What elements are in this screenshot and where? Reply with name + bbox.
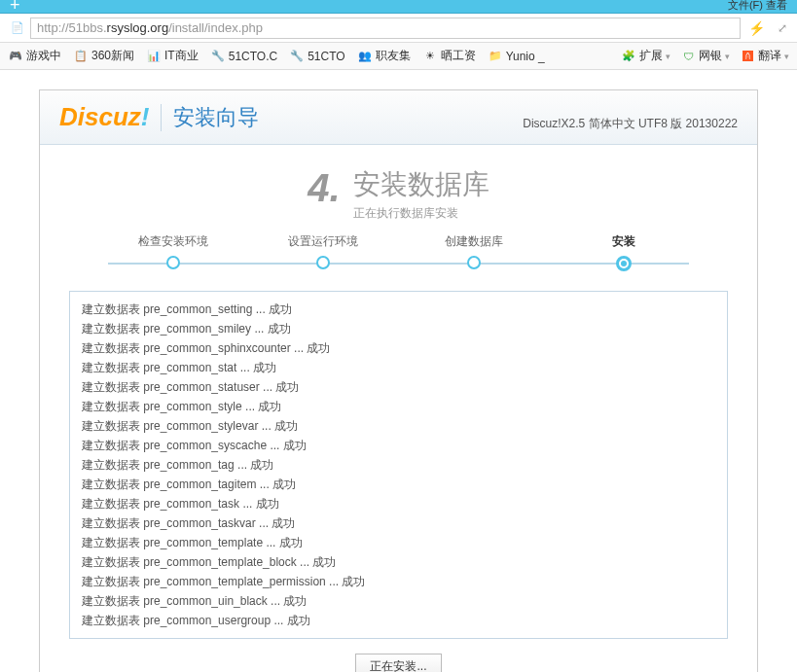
log-line: 建立数据表 pre_common_setting ... 成功 xyxy=(82,300,715,319)
content-area: Discuz! 安装向导 Discuz!X2.5 简体中文 UTF8 版 201… xyxy=(0,70,797,672)
bookmark-icon: 📋 xyxy=(73,49,89,64)
new-tab-icon[interactable]: + xyxy=(10,0,20,12)
log-line: 建立数据表 pre_common_syscache ... 成功 xyxy=(82,436,715,455)
bookmark-item[interactable]: 🎮游戏中 xyxy=(8,48,61,64)
bookmark-icon: 🔧 xyxy=(289,49,305,64)
toolbar-icon: 🅰 xyxy=(740,49,755,64)
progress-label: 创建数据库 xyxy=(399,233,549,250)
url-path: /install/index.php xyxy=(168,20,263,35)
log-line: 建立数据表 pre_common_smiley ... 成功 xyxy=(82,319,715,338)
step-header: 4. 安装数据库 正在执行数据库安装 xyxy=(40,145,757,233)
progress-step: 设置运行环境 xyxy=(248,233,398,271)
toolbar-icon: 🧩 xyxy=(621,49,636,64)
version-text: Discuz!X2.5 简体中文 UTF8 版 20130222 xyxy=(523,116,738,132)
dropdown-icon: ▾ xyxy=(784,52,789,61)
bookmark-label: 51CTO.C xyxy=(229,50,277,63)
progress-circle xyxy=(467,256,481,269)
progress-label: 检查安装环境 xyxy=(98,233,248,250)
bookmark-item[interactable]: ☀晒工资 xyxy=(422,48,476,64)
bookmark-icon: 📊 xyxy=(146,49,162,64)
bookmark-item[interactable]: 🔧51CTO.C xyxy=(210,48,277,64)
bookmarks-bar: 🎮游戏中📋360新闻📊IT商业🔧51CTO.C🔧51CTO👥职友集☀晒工资📁Yu… xyxy=(0,43,797,70)
progress-step: 创建数据库 xyxy=(399,233,549,271)
bookmark-label: 游戏中 xyxy=(26,48,61,64)
log-line: 建立数据表 pre_common_usergroup ... 成功 xyxy=(82,611,715,630)
bolt-icon[interactable]: ⚡ xyxy=(748,20,765,36)
log-line: 建立数据表 pre_common_template_permission ...… xyxy=(82,572,715,591)
bookmark-label: Yunio _ xyxy=(506,50,545,63)
bookmark-item[interactable]: 📋360新闻 xyxy=(73,48,134,64)
toolbar-label: 翻译 xyxy=(758,48,781,64)
step-subtitle: 正在执行数据库安装 xyxy=(353,205,489,222)
log-line: 建立数据表 pre_common_style ... 成功 xyxy=(82,397,715,416)
toolbar-item[interactable]: 🅰翻译▾ xyxy=(740,48,789,64)
bookmark-icon: ☀ xyxy=(422,49,438,64)
menu-text[interactable]: 文件(F) 查看 xyxy=(728,0,787,13)
progress-label: 设置运行环境 xyxy=(248,233,398,250)
bookmark-label: 职友集 xyxy=(376,48,411,64)
log-line: 建立数据表 pre_common_statuser ... 成功 xyxy=(82,377,715,397)
log-line: 建立数据表 pre_common_tagitem ... 成功 xyxy=(82,475,715,494)
progress-step: 检查安装环境 xyxy=(98,233,248,271)
toolbar-item[interactable]: 🛡网银▾ xyxy=(680,48,730,64)
bookmark-item[interactable]: 📊IT商业 xyxy=(146,48,199,64)
discuz-logo: Discuz! xyxy=(59,102,149,132)
log-line: 建立数据表 pre_common_tag ... 成功 xyxy=(82,455,715,475)
logo-separator xyxy=(161,104,162,131)
bookmark-icon: 👥 xyxy=(357,49,373,64)
step-title: 安装数据库 xyxy=(353,166,489,203)
installer-panel: Discuz! 安装向导 Discuz!X2.5 简体中文 UTF8 版 201… xyxy=(39,89,758,672)
bookmark-icon: 🎮 xyxy=(8,49,23,64)
progress-label: 安装 xyxy=(549,233,699,250)
progress-circle xyxy=(616,256,632,271)
bookmark-label: 晒工资 xyxy=(441,48,476,64)
installing-button: 正在安装... xyxy=(355,654,441,672)
dropdown-icon: ▾ xyxy=(666,52,670,61)
toolbar-label: 扩展 xyxy=(639,48,663,64)
bookmark-label: 51CTO xyxy=(308,50,344,63)
url-domain: rsyslog.org xyxy=(107,20,169,35)
progress-step: 安装 xyxy=(549,233,699,271)
bookmark-item[interactable]: 👥职友集 xyxy=(357,48,411,64)
dropdown-icon: ▾ xyxy=(725,52,730,61)
bookmark-item[interactable]: 📁Yunio _ xyxy=(488,48,545,64)
bookmark-label: IT商业 xyxy=(164,48,199,64)
log-line: 建立数据表 pre_common_sphinxcounter ... 成功 xyxy=(82,338,715,358)
browser-tab-strip: + 文件(F) 查看 xyxy=(0,0,797,14)
bookmark-icon: 📁 xyxy=(488,49,503,64)
progress-circle xyxy=(166,256,180,269)
expand-icon[interactable]: ⤢ xyxy=(778,21,787,35)
log-line: 建立数据表 pre_common_uin_black ... 成功 xyxy=(82,591,715,611)
step-number: 4. xyxy=(308,166,340,210)
toolbar-icon: 🛡 xyxy=(680,49,696,64)
install-log: 建立数据表 pre_common_setting ... 成功建立数据表 pre… xyxy=(69,291,728,639)
bookmark-icon: 🔧 xyxy=(210,49,226,64)
log-line: 建立数据表 pre_common_template_block ... 成功 xyxy=(82,552,715,572)
log-line: 建立数据表 pre_common_stat ... 成功 xyxy=(82,358,715,377)
progress-steps: 检查安装环境设置运行环境创建数据库安装 xyxy=(40,233,757,291)
bookmark-item[interactable]: 🔧51CTO xyxy=(289,48,344,64)
page-icon: 📄 xyxy=(10,20,25,36)
log-line: 建立数据表 pre_common_taskvar ... 成功 xyxy=(82,513,715,533)
url-prefix: http://51bbs. xyxy=(37,20,107,35)
log-line: 建立数据表 pre_common_task ... 成功 xyxy=(82,494,715,513)
url-input[interactable]: http://51bbs. rsyslog.org /install/index… xyxy=(30,18,741,39)
wizard-title: 安装向导 xyxy=(173,103,259,132)
address-bar: 📄 http://51bbs. rsyslog.org /install/ind… xyxy=(0,14,797,43)
toolbar-label: 网银 xyxy=(699,48,722,64)
log-line: 建立数据表 pre_common_stylevar ... 成功 xyxy=(82,416,715,436)
log-line: 建立数据表 pre_common_template ... 成功 xyxy=(82,533,715,552)
bookmark-label: 360新闻 xyxy=(91,48,134,64)
toolbar-item[interactable]: 🧩扩展▾ xyxy=(621,48,670,64)
progress-circle xyxy=(316,256,330,269)
installer-header: Discuz! 安装向导 Discuz!X2.5 简体中文 UTF8 版 201… xyxy=(40,90,757,145)
